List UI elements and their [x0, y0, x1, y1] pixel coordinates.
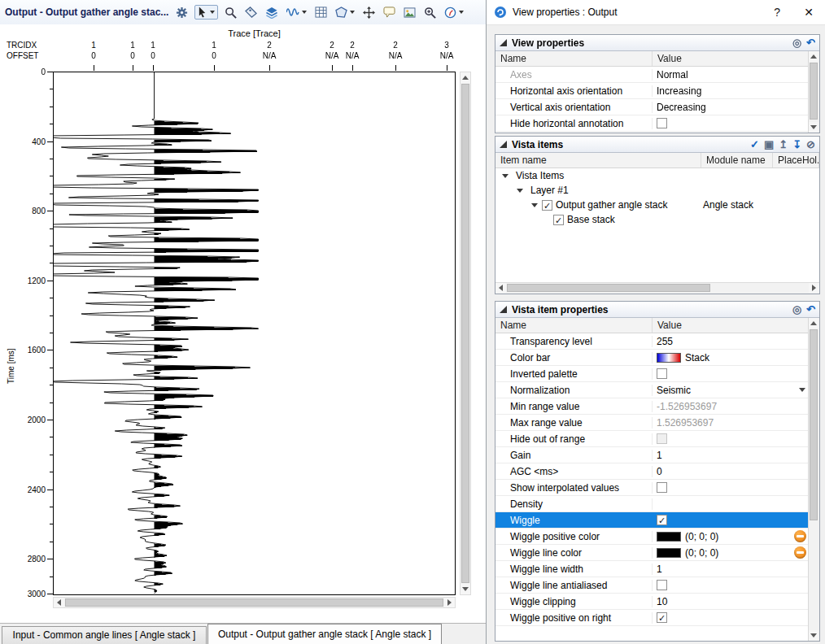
- expander-icon[interactable]: [502, 174, 509, 178]
- pan-icon[interactable]: [361, 6, 377, 20]
- property-row[interactable]: Transparency level255: [495, 333, 810, 350]
- scroll-right-button[interactable]: [809, 283, 819, 293]
- property-row[interactable]: Show interpolated values: [495, 480, 810, 496]
- vista-item-properties-header[interactable]: Vista item properties ◎ ↶: [495, 302, 819, 318]
- remove-color-button[interactable]: [794, 530, 806, 542]
- property-row[interactable]: Horizontal axis orientationIncreasing: [495, 83, 819, 99]
- scroll-left-button[interactable]: [495, 283, 506, 293]
- view-properties-header[interactable]: View properties ◎ ↶: [495, 35, 819, 51]
- property-name: Gain: [495, 450, 653, 461]
- scroll-up-button[interactable]: [809, 51, 818, 62]
- plot-horizontal-scrollbar[interactable]: [53, 597, 456, 608]
- expander-icon[interactable]: [517, 189, 523, 193]
- property-row[interactable]: AGC <ms>0: [495, 463, 810, 480]
- color-swatch[interactable]: [657, 548, 681, 558]
- time-major-tick: [47, 350, 53, 350]
- export-items-icon[interactable]: ↧: [792, 139, 801, 150]
- close-button[interactable]: ✕: [804, 0, 814, 24]
- apply-check-icon[interactable]: ✓: [750, 139, 759, 150]
- property-row[interactable]: Hide out of range: [495, 431, 810, 447]
- property-row[interactable]: Vertical axis orientationDecreasing: [495, 99, 819, 115]
- property-row[interactable]: NormalizationSeismic: [495, 382, 810, 398]
- scroll-right-button[interactable]: [444, 598, 455, 607]
- settings-gear-icon[interactable]: [174, 6, 190, 20]
- seismic-wiggle-plot[interactable]: [54, 72, 455, 594]
- dropdown-arrow-icon[interactable]: [799, 388, 805, 392]
- scroll-up-button[interactable]: [809, 318, 818, 329]
- color-swatch[interactable]: [657, 532, 681, 542]
- property-row[interactable]: Hide horizontal annotation: [495, 115, 819, 132]
- target-icon[interactable]: ◎: [792, 304, 801, 315]
- horizontal-scroll-thumb[interactable]: [65, 598, 443, 607]
- expander-icon[interactable]: [531, 203, 538, 207]
- property-row[interactable]: Wiggle line width1: [495, 561, 810, 577]
- property-row[interactable]: Min range value-1.526953697: [495, 398, 810, 415]
- zoom-icon[interactable]: [223, 6, 238, 20]
- select-cursor-icon[interactable]: [194, 5, 218, 20]
- scroll-up-button[interactable]: [461, 72, 470, 83]
- tab-input-common-angle-lines[interactable]: Input - Common angle lines [ Angle stack…: [2, 626, 207, 644]
- colorbar-swatch[interactable]: [657, 353, 681, 363]
- view-properties-scrollbar[interactable]: [808, 51, 819, 133]
- vista-item-properties-scrollbar[interactable]: [808, 318, 819, 641]
- property-row[interactable]: Density: [495, 496, 810, 512]
- value-checkbox[interactable]: [657, 580, 667, 590]
- polygon-icon[interactable]: [334, 6, 356, 19]
- property-row[interactable]: AxesNormal: [495, 67, 819, 83]
- toggle-visibility-icon[interactable]: ⊘: [806, 139, 815, 150]
- time-minor-tick: [50, 402, 53, 403]
- property-row[interactable]: Color barStack: [495, 350, 810, 366]
- target-icon[interactable]: ◎: [792, 37, 801, 49]
- tree-item[interactable]: Layer #1: [495, 183, 819, 198]
- vertical-scroll-thumb[interactable]: [461, 84, 469, 583]
- property-row[interactable]: Max range value1.526953697: [495, 415, 810, 431]
- value-checkbox[interactable]: [657, 433, 667, 444]
- spreadsheet-icon[interactable]: [313, 6, 329, 19]
- property-row[interactable]: Wiggle positive on right✓: [495, 610, 810, 626]
- value-checkbox[interactable]: ✓: [657, 612, 667, 623]
- horizontal-scroll-thumb[interactable]: [507, 284, 710, 292]
- property-row[interactable]: Wiggle line antialiased: [495, 577, 810, 594]
- zoom-region-icon[interactable]: [422, 6, 438, 20]
- undo-icon[interactable]: ↶: [806, 37, 815, 49]
- plot-vertical-scrollbar[interactable]: [460, 72, 471, 595]
- vista-items-header[interactable]: Vista items ✓ ▣ ↥ ↧ ⊘: [495, 137, 819, 153]
- value-checkbox[interactable]: [657, 118, 667, 128]
- scroll-left-button[interactable]: [54, 598, 64, 607]
- value-checkbox[interactable]: [657, 368, 667, 379]
- time-minor-tick: [50, 107, 53, 107]
- layers-icon[interactable]: [264, 6, 280, 20]
- help-button[interactable]: ?: [774, 0, 780, 24]
- property-row[interactable]: Wiggle line color(0; 0; 0): [495, 545, 810, 561]
- property-row[interactable]: Gain1: [495, 447, 810, 463]
- value-checkbox[interactable]: ✓: [657, 515, 667, 525]
- scroll-down-button[interactable]: [461, 584, 470, 594]
- wavelet-icon[interactable]: [285, 6, 308, 19]
- import-items-icon[interactable]: ↥: [779, 139, 788, 150]
- tree-item[interactable]: ✓Output gather angle stackAngle stack: [495, 198, 819, 212]
- scroll-thumb[interactable]: [810, 329, 818, 520]
- value-checkbox[interactable]: [657, 482, 667, 493]
- tree-item[interactable]: Vista Items: [495, 168, 819, 183]
- item-checkbox[interactable]: ✓: [542, 200, 552, 211]
- property-row[interactable]: Wiggle✓: [495, 512, 810, 529]
- tree-item[interactable]: ✓Base stack: [495, 212, 819, 227]
- scroll-down-button[interactable]: [809, 122, 818, 133]
- undo-icon[interactable]: ↶: [806, 304, 815, 315]
- offset-value: N/A: [381, 51, 410, 60]
- item-checkbox[interactable]: ✓: [553, 215, 564, 225]
- property-row[interactable]: Wiggle clipping10: [495, 594, 810, 610]
- probe-icon[interactable]: [243, 6, 259, 20]
- time-tick-label: 2000: [15, 416, 46, 424]
- property-row[interactable]: Wiggle positive color(0; 0; 0): [495, 529, 810, 545]
- vista-items-horizontal-scrollbar[interactable]: [495, 282, 819, 294]
- navigation-icon[interactable]: [443, 6, 465, 20]
- copy-items-icon[interactable]: ▣: [764, 139, 774, 150]
- snapshot-icon[interactable]: [402, 7, 417, 19]
- scroll-thumb[interactable]: [810, 63, 818, 120]
- annotation-icon[interactable]: [382, 6, 397, 19]
- scroll-down-button[interactable]: [809, 630, 818, 641]
- property-row[interactable]: Inverted palette: [495, 366, 810, 382]
- tab-output-gather-angle-stack[interactable]: Output - Output gather angle stack [ Ang…: [207, 624, 442, 644]
- remove-color-button[interactable]: [794, 546, 806, 559]
